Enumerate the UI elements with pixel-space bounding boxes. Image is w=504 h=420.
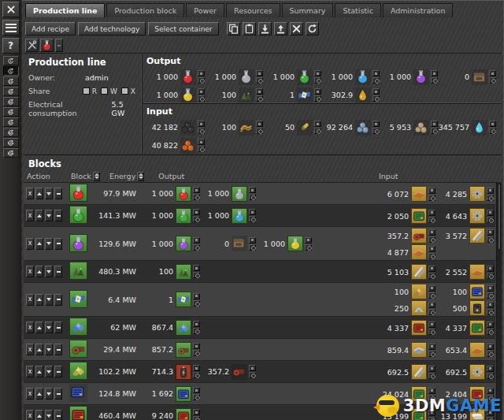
row-down-button[interactable] [45, 266, 53, 277]
engine-red-icon[interactable] [411, 228, 427, 243]
item-edit-mini-button[interactable] [428, 246, 435, 252]
select-container-button[interactable]: Select container [148, 22, 218, 35]
item-update-mini-button[interactable] [193, 328, 200, 334]
item-edit-mini-button[interactable] [193, 409, 200, 415]
circuit-blue-icon[interactable] [176, 386, 191, 402]
circuit-red-icon[interactable] [176, 408, 191, 420]
item-update-mini-button[interactable] [428, 236, 435, 243]
item-edit-mini-button[interactable] [487, 322, 494, 328]
sort-block-button[interactable] [93, 172, 100, 181]
item-edit-mini-button[interactable] [198, 139, 205, 145]
copper-plate-icon[interactable] [469, 264, 485, 280]
item-edit-mini-button[interactable] [256, 121, 263, 127]
paste-button[interactable] [243, 22, 256, 35]
item-edit-mini-button[interactable] [487, 266, 494, 272]
item-edit-mini-button[interactable] [198, 70, 205, 76]
item-edit-mini-button[interactable] [428, 344, 435, 350]
row-down-button[interactable] [45, 410, 53, 420]
machine-icon[interactable] [472, 69, 487, 85]
block-recipe-button[interactable] [69, 384, 89, 403]
item-update-mini-button[interactable] [489, 128, 496, 134]
item-edit-mini-button[interactable] [314, 121, 321, 127]
item-edit-mini-button[interactable] [372, 121, 380, 127]
science-green-icon[interactable] [297, 69, 313, 85]
time-button-5[interactable]: 5 [3, 66, 19, 76]
row-delete-button[interactable]: x [26, 366, 34, 377]
row-collapse-button[interactable] [54, 210, 62, 221]
item-update-mini-button[interactable] [193, 372, 200, 378]
gear-icon[interactable] [469, 208, 485, 224]
item-update-mini-button[interactable] [193, 216, 200, 222]
row-collapse-button[interactable] [54, 294, 62, 306]
row-up-button[interactable] [35, 266, 43, 277]
cable-icon[interactable] [239, 120, 254, 136]
item-update-mini-button[interactable] [428, 195, 435, 201]
science-yellow-icon[interactable] [180, 87, 196, 103]
block-recipe-button[interactable] [69, 262, 89, 281]
row-down-button[interactable] [45, 238, 53, 250]
item-update-mini-button[interactable] [428, 329, 435, 335]
rocket-part-icon[interactable] [69, 262, 87, 280]
item-update-mini-button[interactable] [249, 372, 256, 378]
item-update-mini-button[interactable] [487, 292, 494, 299]
item-edit-mini-button[interactable] [487, 366, 494, 372]
add-recipe-button[interactable]: Add recipe [25, 22, 76, 35]
row-down-button[interactable] [45, 188, 53, 199]
row-down-button[interactable] [45, 294, 53, 306]
item-edit-mini-button[interactable] [489, 70, 496, 76]
item-edit-mini-button[interactable] [193, 387, 200, 393]
satellite-icon[interactable] [69, 290, 87, 308]
gear-icon[interactable] [469, 186, 485, 202]
item-edit-mini-button[interactable] [428, 188, 435, 194]
item-edit-mini-button[interactable] [372, 70, 380, 76]
item-edit-mini-button[interactable] [193, 365, 200, 371]
item-edit-mini-button[interactable] [487, 188, 494, 194]
item-edit-mini-button[interactable] [249, 237, 256, 243]
item-edit-mini-button[interactable] [256, 70, 263, 76]
row-collapse-button[interactable] [54, 266, 62, 277]
item-update-mini-button[interactable] [314, 128, 321, 134]
item-edit-mini-button[interactable] [193, 237, 200, 243]
item-update-mini-button[interactable] [428, 309, 435, 315]
science-red-icon[interactable] [180, 69, 196, 85]
tab-resources[interactable]: Resources [226, 3, 280, 17]
item-edit-mini-button[interactable] [487, 285, 494, 292]
item-edit-mini-button[interactable] [314, 88, 321, 95]
item-update-mini-button[interactable] [372, 77, 380, 84]
item-update-mini-button[interactable] [256, 128, 263, 134]
block-recipe-button[interactable] [69, 290, 89, 310]
science-purple-icon[interactable] [69, 234, 87, 252]
minus-button[interactable] [55, 39, 63, 52]
row-up-button[interactable] [35, 388, 43, 400]
share-checkbox-x[interactable] [121, 87, 128, 95]
satellite-icon[interactable] [176, 292, 191, 307]
copper-plate-icon[interactable] [411, 244, 427, 260]
item-edit-mini-button[interactable] [198, 121, 205, 127]
item-edit-mini-button[interactable] [249, 365, 256, 371]
item-edit-mini-button[interactable] [431, 70, 438, 76]
lds-icon[interactable] [411, 300, 427, 316]
bullet-icon[interactable] [297, 120, 313, 136]
item-update-mini-button[interactable] [487, 236, 494, 243]
circuit-blue-icon[interactable] [469, 284, 485, 299]
item-update-mini-button[interactable] [487, 329, 494, 335]
row-collapse-button[interactable] [54, 188, 62, 199]
copy-button[interactable] [227, 22, 240, 35]
rocket-part-icon[interactable] [176, 264, 191, 280]
block-recipe-button[interactable] [69, 234, 89, 254]
machine-icon[interactable] [232, 236, 247, 251]
help-button[interactable]: ? [2, 38, 20, 54]
item-edit-mini-button[interactable] [428, 229, 435, 236]
circuit-red-icon[interactable] [69, 406, 87, 420]
rocket-fuel-icon[interactable] [411, 284, 427, 299]
time-button-12h[interactable]: 12h [3, 138, 19, 147]
item-update-mini-button[interactable] [487, 309, 494, 315]
row-up-button[interactable] [35, 366, 43, 377]
row-delete-button[interactable]: x [26, 344, 34, 355]
row-delete-button[interactable]: x [26, 410, 34, 420]
item-update-mini-button[interactable] [198, 146, 205, 152]
item-update-mini-button[interactable] [193, 350, 200, 356]
science-grey-icon[interactable] [239, 69, 254, 85]
item-edit-mini-button[interactable] [372, 88, 380, 95]
row-delete-button[interactable]: x [26, 188, 34, 199]
